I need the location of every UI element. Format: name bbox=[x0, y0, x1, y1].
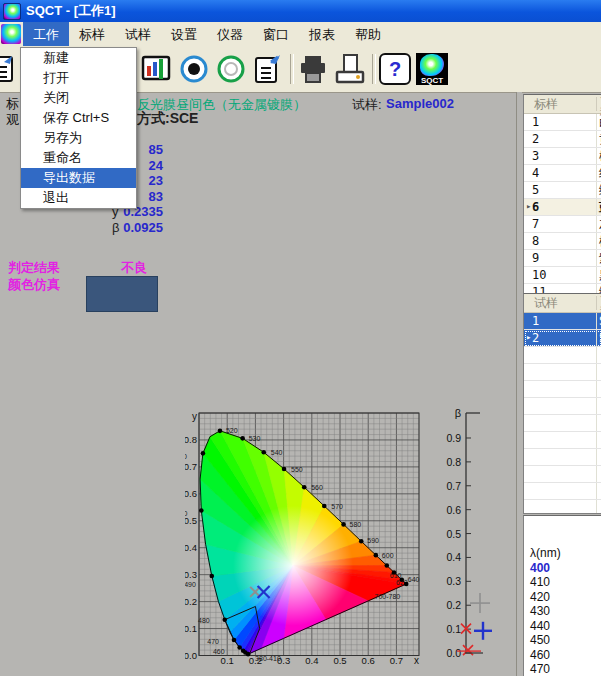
wavelength-item-410[interactable]: 410 bbox=[530, 575, 601, 590]
svg-text:0.2: 0.2 bbox=[446, 599, 461, 611]
sample-row-empty[interactable] bbox=[524, 381, 601, 398]
sample-row-empty[interactable] bbox=[524, 347, 601, 364]
current-row-marker: ▸ bbox=[526, 201, 531, 211]
menubar-item-0[interactable]: 工作 bbox=[23, 22, 69, 46]
wavelength-item-430[interactable]: 430 bbox=[530, 604, 601, 619]
current-row-marker: ▸ bbox=[526, 332, 531, 342]
svg-text:0.4: 0.4 bbox=[446, 551, 461, 563]
svg-text:0.3: 0.3 bbox=[185, 569, 197, 580]
svg-text:0.8: 0.8 bbox=[185, 434, 197, 445]
menubar-item-4[interactable]: 仪器 bbox=[207, 22, 253, 46]
wavelength-item-470[interactable]: 470 bbox=[530, 662, 601, 676]
export-report-icon[interactable] bbox=[251, 52, 285, 86]
sample-row-empty[interactable] bbox=[524, 364, 601, 381]
menubar-item-5[interactable]: 窗口 bbox=[253, 22, 299, 46]
standard-row-10[interactable]: 10黑 bbox=[524, 267, 601, 284]
svg-text:540: 540 bbox=[271, 449, 283, 456]
svg-text:0.0: 0.0 bbox=[446, 647, 461, 659]
svg-text:0.6: 0.6 bbox=[362, 655, 375, 666]
standard-row-4[interactable]: 4红 bbox=[524, 165, 601, 182]
sample-row-2[interactable]: ▸2S bbox=[524, 330, 601, 347]
svg-text:0.3: 0.3 bbox=[446, 575, 461, 587]
standard-table-header[interactable]: 标样 名称 bbox=[524, 95, 601, 114]
print-icon[interactable] bbox=[296, 52, 330, 86]
menubar-item-1[interactable]: 标样 bbox=[69, 22, 115, 46]
document-icon[interactable] bbox=[1, 24, 21, 44]
standard-row-3[interactable]: 3橙 bbox=[524, 148, 601, 165]
wavelength-item-420[interactable]: 420 bbox=[530, 590, 601, 605]
window-title: SQCT - [工作1] bbox=[26, 2, 116, 20]
file-menu-item-6[interactable]: 导出数据 bbox=[21, 168, 136, 188]
sample-row-empty[interactable] bbox=[524, 483, 601, 500]
file-menu-item-0[interactable]: 新建 bbox=[21, 48, 136, 68]
sample-row-empty[interactable] bbox=[524, 449, 601, 466]
sample-row-empty[interactable] bbox=[524, 466, 601, 483]
standard-row-5[interactable]: 5绿 bbox=[524, 182, 601, 199]
sample-row-empty[interactable] bbox=[524, 415, 601, 432]
svg-text:0.5: 0.5 bbox=[185, 515, 197, 526]
target-calibration-icon[interactable] bbox=[177, 52, 211, 86]
svg-text:0.7: 0.7 bbox=[446, 480, 461, 492]
color-simulation-label: 颜色仿真 bbox=[8, 276, 60, 294]
file-menu-item-1[interactable]: 打开 bbox=[21, 68, 136, 88]
file-menu-item-5[interactable]: 重命名 bbox=[21, 148, 136, 168]
import-document-icon[interactable] bbox=[0, 52, 20, 86]
svg-text:0.1: 0.1 bbox=[185, 623, 197, 634]
svg-text:0.7: 0.7 bbox=[185, 461, 197, 472]
panel-splitter[interactable] bbox=[516, 92, 522, 676]
wavelength-item-440[interactable]: 440 bbox=[530, 619, 601, 634]
svg-text:580: 580 bbox=[350, 521, 362, 528]
menubar-item-2[interactable]: 试样 bbox=[115, 22, 161, 46]
svg-text:570: 570 bbox=[331, 503, 343, 510]
wavelength-item-460[interactable]: 460 bbox=[530, 648, 601, 663]
sqct-logo-icon[interactable]: SQCT bbox=[415, 52, 449, 86]
svg-text:550: 550 bbox=[291, 466, 303, 473]
svg-text:x: x bbox=[414, 655, 419, 666]
sample-table: 试样 名称 1S▸2S bbox=[523, 293, 601, 514]
svg-text:0.5: 0.5 bbox=[446, 528, 461, 540]
svg-text:520: 520 bbox=[226, 427, 238, 434]
sample-row-empty[interactable] bbox=[524, 398, 601, 415]
file-menu-item-7[interactable]: 退出 bbox=[21, 188, 136, 208]
standard-row-6[interactable]: ▸6蓝 bbox=[524, 199, 601, 216]
judge-label: 判定结果 bbox=[8, 259, 60, 277]
sample-name: Sample002 bbox=[386, 96, 454, 111]
standard-table: 标样 名称 1白2黄3橙4红5绿▸6蓝7灰8棕9紫10黑11绿 bbox=[523, 94, 601, 295]
sample-row-1[interactable]: 1S bbox=[524, 313, 601, 330]
svg-text:490: 490 bbox=[185, 581, 196, 588]
beta-value: 0.0925 bbox=[103, 220, 163, 235]
sample-row-empty[interactable] bbox=[524, 500, 601, 514]
svg-text:0.2: 0.2 bbox=[185, 596, 197, 607]
ring-calibration-icon[interactable] bbox=[214, 52, 248, 86]
bar-chart-icon[interactable] bbox=[140, 52, 174, 86]
measure-mode: 方式:SCE bbox=[137, 110, 198, 128]
menubar-item-3[interactable]: 设置 bbox=[161, 22, 207, 46]
file-menu-item-2[interactable]: 关闭 bbox=[21, 88, 136, 108]
svg-text:0.4: 0.4 bbox=[305, 655, 318, 666]
chromaticity-diagram: 380-410460470480490500510520530540550560… bbox=[185, 398, 500, 676]
svg-text:0.0: 0.0 bbox=[185, 650, 197, 661]
standard-row-1[interactable]: 1白 bbox=[524, 114, 601, 131]
svg-text:640: 640 bbox=[408, 576, 420, 583]
file-menu-item-4[interactable]: 另存为 bbox=[21, 128, 136, 148]
standard-row-2[interactable]: 2黄 bbox=[524, 131, 601, 148]
help-icon[interactable]: ? bbox=[378, 52, 412, 86]
standard-row-9[interactable]: 9紫 bbox=[524, 250, 601, 267]
print-preview-icon[interactable] bbox=[333, 52, 367, 86]
standard-row-7[interactable]: 7灰 bbox=[524, 216, 601, 233]
standard-row-8[interactable]: 8棕 bbox=[524, 233, 601, 250]
wavelength-item-400[interactable]: 400 bbox=[530, 561, 601, 576]
file-menu-item-3[interactable]: 保存 Ctrl+S bbox=[21, 108, 136, 128]
toolbar-separator bbox=[372, 54, 376, 84]
svg-text:0.3: 0.3 bbox=[277, 655, 290, 666]
title-bar[interactable]: SQCT - [工作1] bbox=[0, 0, 601, 22]
wavelength-item-450[interactable]: 450 bbox=[530, 633, 601, 648]
menubar-item-6[interactable]: 报表 bbox=[299, 22, 345, 46]
svg-text:590: 590 bbox=[367, 537, 379, 544]
svg-text:0.6: 0.6 bbox=[446, 504, 461, 516]
menubar-item-7[interactable]: 帮助 bbox=[345, 22, 391, 46]
sample-table-header[interactable]: 试样 名称 bbox=[524, 294, 601, 313]
color-simulation-swatch bbox=[86, 276, 158, 312]
observer-row-label: 观 bbox=[6, 111, 19, 129]
sample-row-empty[interactable] bbox=[524, 432, 601, 449]
